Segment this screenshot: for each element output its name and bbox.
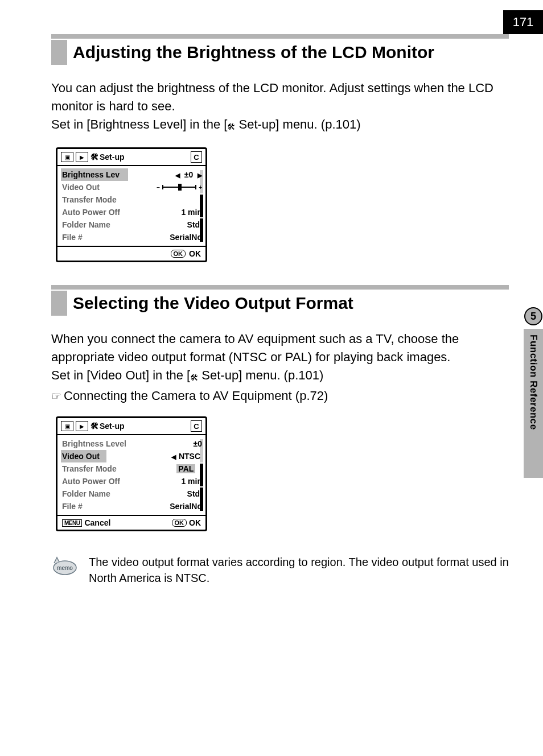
brightness-value: ◀ ±0 ▶ [175, 170, 202, 179]
ok-badge-icon: OK [172, 519, 187, 527]
tool-icon: 🛠 [90, 152, 98, 162]
folder-value: Std. [187, 489, 202, 498]
scroll-indicator [200, 439, 203, 511]
section1-setline-before: Set in [Brightness Level] in the [ [51, 117, 227, 131]
video-out-ntsc: NTSC [177, 452, 202, 461]
ok-badge-icon: OK [171, 250, 186, 258]
auto-off-value: 1 min [181, 208, 202, 217]
chapter-number: 5 [524, 307, 542, 325]
file-value: SerialNo [170, 233, 202, 242]
left-arrow-icon: ◀ [175, 172, 180, 179]
menu-body: Brightness Level ±0 Video Out ◀NTSC Tran… [57, 435, 205, 515]
menu-item-folder: Folder Name [62, 220, 110, 229]
tool-icon: 🛠 [227, 118, 235, 136]
brightness-number: 0 [188, 170, 193, 179]
menu-screenshot-1: ▣ ▶ 🛠 Set-up C Brightness Lev ◀ ±0 ▶ [56, 147, 207, 262]
menu-body: Brightness Lev ◀ ±0 ▶ Video Out − + Tran… [57, 166, 205, 246]
ok-label: OK [189, 518, 201, 527]
menu-item-transfer: Transfer Mode [62, 464, 117, 473]
tool-icon: 🛠 [90, 422, 98, 431]
cancel-label: Cancel [84, 518, 110, 527]
play-tab-icon: ▶ [76, 152, 88, 162]
side-tab-label: Function Reference [528, 329, 539, 430]
section-heading: Selecting the Video Output Format [51, 285, 509, 316]
menu-screenshot-2: ▣ ▶ 🛠 Set-up C Brightness Level ±0 Video… [56, 416, 207, 531]
custom-tab-icon: C [191, 420, 202, 432]
scroll-indicator [200, 170, 203, 242]
setup-tab-label: Set-up [100, 422, 125, 431]
section2-title: Selecting the Video Output Format [73, 291, 353, 316]
file-value: SerialNo [170, 502, 202, 511]
pointer-icon: ☞ [51, 390, 61, 402]
menu-item-auto-off: Auto Power Off [62, 208, 120, 217]
page: 171 5 Function Reference Adjusting the B… [0, 0, 543, 756]
menu-tab-bar: ▣ ▶ 🛠 Set-up C [57, 418, 205, 433]
menu-item-video-out: Video Out [62, 452, 100, 461]
menu-item-auto-off: Auto Power Off [62, 477, 120, 486]
camera-tab-icon: ▣ [61, 152, 73, 162]
right-arrow-icon: ▶ [198, 172, 202, 179]
custom-tab-icon: C [191, 151, 202, 163]
play-tab-icon: ▶ [76, 421, 88, 431]
setup-tab: 🛠 Set-up [90, 152, 125, 162]
section1-title: Adjusting the Brightness of the LCD Moni… [73, 40, 434, 65]
side-tab-bar: Function Reference [524, 329, 543, 478]
menu-item-brightness: Brightness Lev [62, 170, 120, 179]
section1-setline-after: Set-up] menu. (p.101) [235, 117, 360, 131]
video-out-options: ◀NTSC [171, 452, 202, 461]
menu-tab-bar: ▣ ▶ 🛠 Set-up C [57, 149, 205, 164]
menu-item-transfer: Transfer Mode [62, 195, 117, 204]
memo-icon: memo [51, 556, 79, 578]
menu-item-file: File # [62, 233, 83, 242]
section-heading: Adjusting the Brightness of the LCD Moni… [51, 34, 509, 65]
menu-item-folder: Folder Name [62, 489, 110, 498]
side-tab: 5 Function Reference [524, 307, 543, 478]
brightness-number: 0 [198, 439, 202, 448]
memo-icon-label: memo [57, 565, 73, 571]
section1-paragraph: You can adjust the brightness of the LCD… [51, 79, 509, 136]
page-number: 171 [503, 10, 543, 34]
section2-para-text: When you connect the camera to AV equipm… [51, 332, 459, 364]
brightness-slider: − + [157, 184, 202, 191]
section2-xref: Connecting the Camera to AV Equipment (p… [64, 389, 328, 403]
video-out-pal: PAL [176, 464, 195, 473]
tool-icon: 🛠 [190, 369, 198, 387]
ok-label: OK [189, 249, 201, 258]
menu-item-file: File # [62, 502, 83, 511]
menu-footer: MENU Cancel OK OK [57, 515, 205, 530]
memo-note: memo The video output format varies acco… [51, 554, 509, 586]
folder-value: Std. [187, 220, 202, 229]
section2-setline-before: Set in [Video Out] in the [ [51, 368, 190, 382]
auto-off-value: 1 min [181, 477, 202, 486]
section2-paragraph: When you connect the camera to AV equipm… [51, 330, 509, 405]
menu-item-video-out: Video Out [62, 183, 100, 192]
camera-tab-icon: ▣ [61, 421, 73, 431]
brightness-value: ±0 [194, 439, 202, 448]
memo-text: The video output format varies according… [89, 554, 509, 586]
menu-footer: OK OK [57, 246, 205, 261]
video-out-pal-row: PAL [176, 464, 202, 473]
menu-item-brightness: Brightness Level [62, 439, 126, 448]
section1-para-text: You can adjust the brightness of the LCD… [51, 81, 493, 113]
section2-setline-after: Set-up] menu. (p.101) [198, 368, 323, 382]
left-arrow-icon: ◀ [171, 453, 176, 460]
menu-badge-icon: MENU [62, 519, 82, 527]
setup-tab: 🛠 Set-up [90, 422, 125, 431]
setup-tab-label: Set-up [100, 152, 125, 162]
